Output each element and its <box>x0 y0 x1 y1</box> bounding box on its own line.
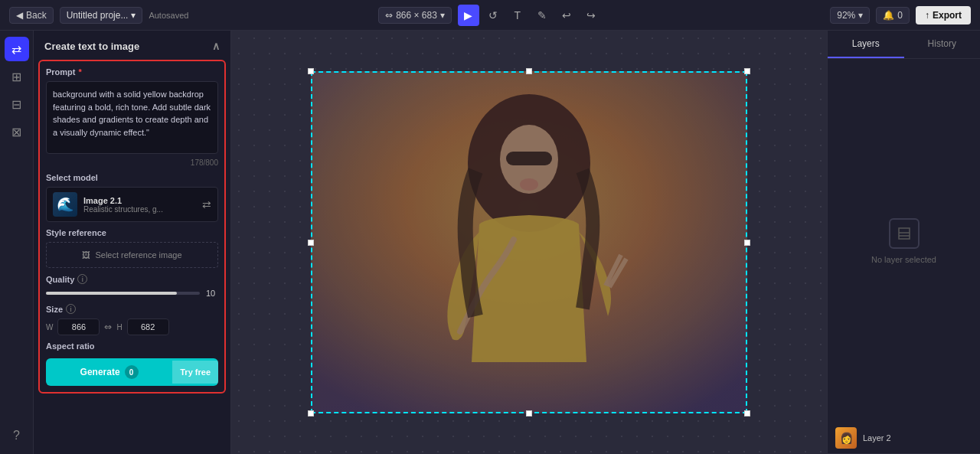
zoom-value: 92% <box>837 10 855 21</box>
generate-label: Generate <box>80 367 120 377</box>
prompt-textarea[interactable] <box>46 81 218 154</box>
resize-handle-bottom-middle[interactable] <box>526 410 532 416</box>
try-free-button[interactable]: Try free <box>172 361 218 384</box>
height-input[interactable] <box>127 318 169 335</box>
layers-icon <box>897 226 912 241</box>
model-section: Select model 🌊 Image 2.1 Realistic struc… <box>46 173 218 222</box>
resize-handle-top-left[interactable] <box>308 68 314 74</box>
no-layer-text: No layer selected <box>871 255 936 264</box>
notification-button[interactable]: 🔔 0 <box>876 7 910 24</box>
layer-name: Layer 2 <box>863 433 891 443</box>
redo-button[interactable]: ↪ <box>580 5 602 26</box>
model-description: Realistic structures, g... <box>83 205 175 214</box>
model-thumbnail: 🌊 <box>53 192 77 217</box>
back-button[interactable]: ◀ Back <box>9 7 54 24</box>
export-button[interactable]: ↑ Export <box>916 6 971 24</box>
resize-handle-bottom-right[interactable] <box>744 410 750 416</box>
pen-tool-button[interactable]: ✎ <box>531 5 553 26</box>
no-layer-state: No layer selected <box>828 59 980 423</box>
help-icon[interactable]: ? <box>5 423 29 448</box>
prompt-label: Prompt * <box>46 67 218 77</box>
quality-slider[interactable] <box>46 292 200 295</box>
chevron-down-icon: ▾ <box>440 10 445 21</box>
try-free-label: Try free <box>180 367 211 377</box>
canvas-artwork <box>311 71 747 413</box>
model-section-label: Select model <box>46 173 218 182</box>
text-tool-button[interactable]: T <box>507 5 528 26</box>
zoom-control[interactable]: 92% ▾ <box>830 7 870 24</box>
generate-bar: Generate 0 Try free <box>46 358 218 386</box>
chevron-down-icon: ▾ <box>858 10 863 21</box>
tab-layers[interactable]: Layers <box>828 31 904 58</box>
quality-info-icon[interactable]: i <box>77 274 87 284</box>
resize-handle-middle-left[interactable] <box>308 240 314 246</box>
style-placeholder-text: Select reference image <box>95 250 181 260</box>
svg-rect-6 <box>899 228 910 239</box>
autosaved-label: Autosaved <box>149 11 188 20</box>
select-tool-button[interactable]: ▶ <box>458 5 479 26</box>
rotate-tool-button[interactable]: ↺ <box>482 5 504 26</box>
canvas-image <box>311 71 747 413</box>
panel-header: Create text to image ∧ <box>34 31 230 60</box>
resize-icon: ⇔ <box>385 10 393 21</box>
resize-handle-top-right[interactable] <box>744 68 750 74</box>
style-reference-selector[interactable]: 🖼 Select reference image <box>46 242 218 268</box>
topbar-right: 92% ▾ 🔔 0 ↑ Export <box>608 6 971 24</box>
image-icon: 🖼 <box>82 250 90 260</box>
size-section: Size i W ⇔ H <box>46 304 218 335</box>
notification-icon: 🔔 <box>883 10 894 21</box>
notification-count: 0 <box>897 10 903 21</box>
width-label: W <box>46 323 53 332</box>
export-icon: ↑ <box>925 10 929 21</box>
right-sidebar: Layers History No layer selected 👩 Layer… <box>827 31 980 454</box>
no-layer-icon <box>889 218 920 249</box>
quality-value: 10 <box>206 289 218 298</box>
style-reference-section: Style reference 🖼 Select reference image <box>46 228 218 268</box>
size-info-icon[interactable]: i <box>66 304 76 314</box>
sidebar-icon-components[interactable]: ⊠ <box>5 119 29 144</box>
model-name: Image 2.1 <box>83 196 196 205</box>
left-icon-sidebar: ⇄ ⊞ ⊟ ⊠ ? <box>0 31 34 454</box>
topbar-left: ◀ Back Untitled proje... ▾ Autosaved <box>9 7 372 24</box>
topbar: ◀ Back Untitled proje... ▾ Autosaved ⇔ 8… <box>0 0 980 31</box>
left-icons-bottom: ? <box>5 417 29 448</box>
style-label: Style reference <box>46 228 218 237</box>
panel-title: Create text to image <box>44 41 139 52</box>
model-settings-icon[interactable]: ⇄ <box>202 198 211 211</box>
tab-history[interactable]: History <box>904 31 981 58</box>
layer-item[interactable]: 👩 Layer 2 <box>828 423 980 454</box>
collapse-icon[interactable]: ∧ <box>212 40 220 52</box>
canvas-size-display[interactable]: ⇔ 866 × 683 ▾ <box>378 7 452 24</box>
resize-handle-top-middle[interactable] <box>526 68 532 74</box>
canvas-size-value: 866 × 683 <box>396 10 437 21</box>
topbar-center: ⇔ 866 × 683 ▾ ▶ ↺ T ✎ ↩ ↪ <box>378 5 602 26</box>
canvas-area[interactable] <box>231 31 827 454</box>
quality-row: 10 <box>46 289 218 298</box>
right-tabs: Layers History <box>828 31 980 59</box>
width-input[interactable] <box>57 318 100 335</box>
text-to-image-panel: Create text to image ∧ Prompt * 178/800 … <box>34 31 231 454</box>
link-dimensions-icon[interactable]: ⇔ <box>104 322 112 332</box>
size-row: W ⇔ H <box>46 318 218 335</box>
aspect-ratio-section: Aspect ratio <box>46 341 218 351</box>
undo-button[interactable]: ↩ <box>556 5 577 26</box>
resize-handle-middle-right[interactable] <box>744 240 750 246</box>
prompt-char-count: 178/800 <box>46 158 218 167</box>
generate-button[interactable]: Generate 0 <box>46 358 172 386</box>
export-label: Export <box>933 10 962 21</box>
sidebar-icon-expand[interactable]: ⇄ <box>5 37 29 61</box>
height-label: H <box>116 323 122 332</box>
sidebar-icon-layers[interactable]: ⊞ <box>5 64 29 89</box>
quality-label-row: Quality i <box>46 274 218 284</box>
model-selector[interactable]: 🌊 Image 2.1 Realistic structures, g... ⇄ <box>46 187 218 222</box>
svg-rect-5 <box>311 71 747 413</box>
resize-handle-bottom-left[interactable] <box>308 410 314 416</box>
toolbar-icons: ▶ ↺ T ✎ ↩ ↪ <box>458 5 602 26</box>
prompt-section: Prompt * 178/800 <box>46 67 218 167</box>
main-area: ⇄ ⊞ ⊟ ⊠ ? Create text to image ∧ Prompt … <box>0 31 980 454</box>
model-info: Image 2.1 Realistic structures, g... <box>83 196 196 214</box>
sidebar-icon-assets[interactable]: ⊟ <box>5 92 29 116</box>
chevron-down-icon: ▾ <box>131 10 136 21</box>
project-title[interactable]: Untitled proje... ▾ <box>60 7 143 24</box>
layer-thumbnail: 👩 <box>835 427 857 449</box>
